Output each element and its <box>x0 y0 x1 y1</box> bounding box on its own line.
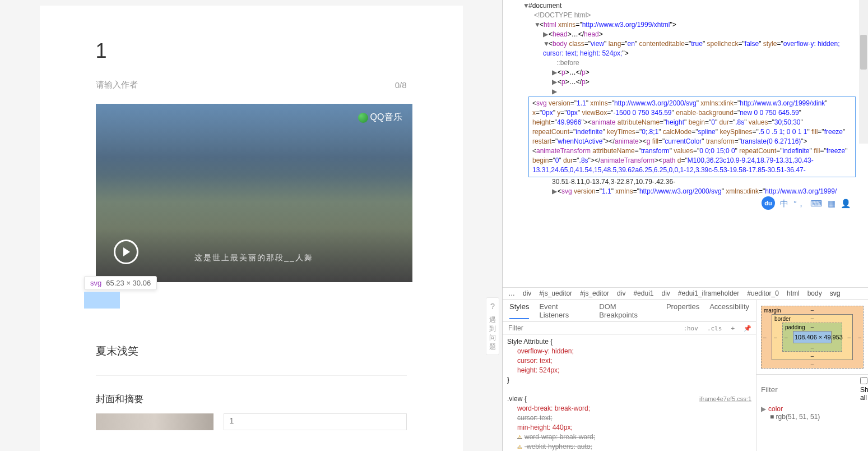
document-area[interactable]: 1 请输入作者 0/8 QQ音乐 这是世上最美丽的那段__人舞 夏末浅笑 封面和… <box>40 6 463 451</box>
css-prop[interactable]: cursor: text; <box>517 414 553 422</box>
cover-thumbnail[interactable] <box>96 413 213 430</box>
help-sidebar[interactable]: ? 遇到问题 <box>486 297 499 355</box>
dom-before[interactable]: ::before <box>556 59 579 67</box>
bm-content-size: 108.406 × 49.953 <box>793 331 832 343</box>
tab-styles[interactable]: Styles <box>509 302 529 319</box>
scrollbar-thumb[interactable] <box>860 35 867 70</box>
cls-toggle[interactable]: .cls <box>703 325 727 332</box>
author-row: 请输入作者 0/8 <box>96 80 407 90</box>
computed-color-val: rgb(51, 51, 51) <box>776 413 820 421</box>
crumb[interactable]: html <box>787 289 800 297</box>
video-caption: 这是世上最美丽的那段__人舞 <box>194 253 313 263</box>
ime-lang[interactable]: 中 <box>780 199 788 208</box>
crumb[interactable]: div <box>617 289 625 297</box>
selection-highlight <box>84 292 120 309</box>
cover-heading: 封面和摘要 <box>96 393 407 406</box>
doc-title[interactable]: 1 <box>96 39 407 63</box>
crumb[interactable]: #js_editor <box>580 289 609 297</box>
dom-breadcrumb[interactable]: … div #js_ueditor #js_editor div #edui1 … <box>503 287 868 300</box>
rule-selector[interactable]: Style Attribute { <box>507 338 553 346</box>
dom-doctype[interactable]: <!DOCTYPE html> <box>534 11 591 19</box>
crumb[interactable]: #edui1_iframeholder <box>678 289 739 297</box>
css-prop[interactable]: -webkit-hyphens: auto; <box>524 443 592 450</box>
qq-music-logo: QQ音乐 <box>358 112 402 123</box>
dom-svg-selected[interactable]: <svg version="1.1" xmlns="http://www.w3.… <box>528 96 856 177</box>
cover-row: 1 <box>96 413 407 430</box>
ime-user-icon[interactable]: 👤 <box>841 199 851 208</box>
styles-filter-input[interactable] <box>503 322 679 334</box>
devtools-panel: ▼#document <!DOCTYPE html> ▼<html xmlns=… <box>502 0 868 451</box>
bm-border-label: border <box>774 316 791 322</box>
tooltip-dim: 65.23 × 30.06 <box>106 279 151 287</box>
styles-panel: Styles Event Listeners DOM Breakpoints P… <box>503 300 868 451</box>
crumb[interactable]: body <box>807 289 822 297</box>
section-heading[interactable]: 夏末浅笑 <box>96 344 407 358</box>
css-rules-list[interactable]: Style Attribute { overflow-y: hidden; cu… <box>503 335 756 451</box>
show-all-checkbox[interactable]: Show all <box>860 377 868 402</box>
tab-accessibility[interactable]: Accessibility <box>709 302 749 319</box>
dom-doc[interactable]: #document <box>528 2 561 10</box>
crumb[interactable]: … <box>508 289 515 297</box>
crumb[interactable]: div <box>661 289 670 297</box>
elements-tree[interactable]: ▼#document <!DOCTYPE html> ▼<html xmlns=… <box>503 0 868 287</box>
tab-event-listeners[interactable]: Event Listeners <box>539 302 589 319</box>
divider <box>96 375 407 376</box>
qq-icon <box>358 113 368 123</box>
tab-dom-breakpoints[interactable]: DOM Breakpoints <box>599 302 656 319</box>
computed-props[interactable]: ▶color ■ rgb(51, 51, 51) <box>756 404 868 422</box>
dom-html[interactable]: <html xmlns="http://www.w3.org/1999/xhtm… <box>540 21 676 29</box>
bm-margin-label: margin <box>764 307 781 314</box>
ime-menu-icon[interactable]: ▦ <box>828 199 835 208</box>
styles-tabs[interactable]: Styles Event Listeners DOM Breakpoints P… <box>503 300 756 322</box>
author-input[interactable]: 请输入作者 <box>96 80 138 90</box>
element-tooltip: svg 65.23 × 30.06 <box>84 276 157 290</box>
crumb[interactable]: #js_ueditor <box>539 289 572 297</box>
computed-filter-row: Show all <box>756 374 868 404</box>
ime-punct[interactable]: °， <box>793 199 805 208</box>
ime-toolbar[interactable]: du 中 °， ⌨ ▦ 👤 <box>762 196 851 210</box>
tooltip-tag: svg <box>90 279 101 287</box>
css-prop[interactable]: min-height: 440px; <box>517 424 573 431</box>
editor-pane: 1 请输入作者 0/8 QQ音乐 这是世上最美丽的那段__人舞 夏末浅笑 封面和… <box>0 0 502 451</box>
dom-p2[interactable]: <p>…</p> <box>558 78 590 86</box>
pin-icon[interactable]: 📌 <box>739 325 756 332</box>
css-prop[interactable]: word-wrap: break-word; <box>524 433 595 441</box>
css-prop[interactable]: overflow-y: hidden; <box>517 347 574 355</box>
play-icon[interactable] <box>114 240 138 264</box>
dom-body[interactable]: <body class="view" lang="en" contentedit… <box>543 40 839 57</box>
dom-head[interactable]: <head>…</head> <box>549 30 603 38</box>
box-model-pane: margin – – – – border – – – – padding – <box>756 300 868 451</box>
char-count: 0/8 <box>395 80 407 90</box>
rule-close: } <box>507 375 751 385</box>
summary-input[interactable]: 1 <box>224 413 407 430</box>
ime-keyboard-icon[interactable]: ⌨ <box>810 199 823 208</box>
dom-p1[interactable]: <p>…</p> <box>558 68 590 76</box>
crumb[interactable]: #edui1 <box>633 289 653 297</box>
crumb[interactable]: div <box>523 289 531 297</box>
baidu-ime-icon[interactable]: du <box>762 196 775 210</box>
css-prop[interactable]: cursor: text; <box>517 357 553 365</box>
help-text[interactable]: 遇到问题 <box>488 315 498 351</box>
styles-filter-row: :hov .cls + 📌 <box>503 322 756 335</box>
help-icon[interactable]: ? <box>488 301 498 311</box>
video-embed[interactable]: QQ音乐 这是世上最美丽的那段__人舞 <box>96 104 412 282</box>
tab-properties[interactable]: Properties <box>666 302 699 319</box>
box-model-diagram[interactable]: margin – – – – border – – – – padding – <box>756 300 868 374</box>
qq-text: QQ音乐 <box>370 112 402 123</box>
scrollbar[interactable] <box>859 0 868 144</box>
bm-padding-label: padding <box>785 324 805 330</box>
add-rule-button[interactable]: + <box>726 325 739 332</box>
crumb[interactable]: #ueditor_0 <box>747 289 779 297</box>
dom-svg2[interactable]: <svg version="1.1" xmlns="http://www.w3.… <box>558 187 837 195</box>
rule-selector[interactable]: .view { <box>507 395 527 403</box>
hov-toggle[interactable]: :hov <box>679 325 703 332</box>
rule-source[interactable]: iframe4e7ef5.css:1 <box>699 394 751 404</box>
crumb-selected[interactable]: svg <box>830 289 841 297</box>
css-prop[interactable]: word-break: break-word; <box>517 404 590 412</box>
css-prop[interactable]: height: 524px; <box>517 366 559 374</box>
computed-filter-input[interactable] <box>761 385 856 394</box>
computed-color[interactable]: color <box>768 405 783 413</box>
